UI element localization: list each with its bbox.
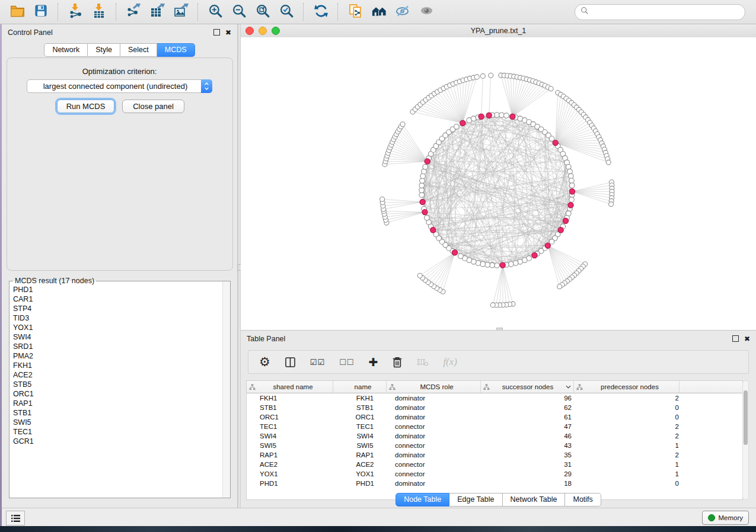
mcds-result-item[interactable]: PMA2 xyxy=(13,351,227,361)
zoom-in-button[interactable] xyxy=(204,2,227,22)
tab-network-table[interactable]: Network Table xyxy=(503,493,566,507)
table-cell[interactable]: 46 xyxy=(484,432,579,440)
network-window-titlebar[interactable]: YPA_prune.txt_1 xyxy=(241,24,756,38)
table-cell[interactable]: connector xyxy=(389,423,484,430)
mcds-result-item[interactable]: STB1 xyxy=(13,408,227,418)
leaf-node[interactable] xyxy=(400,122,405,127)
mcds-result-item[interactable]: SWI4 xyxy=(13,332,227,342)
mcds-result-item[interactable]: ACE2 xyxy=(13,370,227,380)
leaf-node[interactable] xyxy=(490,303,495,307)
mcds-result-item[interactable]: TID3 xyxy=(13,313,227,323)
mcds-hub-node[interactable] xyxy=(460,120,465,126)
table-cell[interactable]: dominator xyxy=(389,395,484,402)
mcds-hub-node[interactable] xyxy=(532,252,537,258)
table-cell[interactable]: ORC1 xyxy=(247,414,341,421)
save-session-button[interactable] xyxy=(30,2,52,22)
table-row[interactable]: PHD1PHD1dominator180 xyxy=(247,479,742,488)
mcds-result-item[interactable]: CAR1 xyxy=(13,294,227,304)
mcds-result-item[interactable]: YOX1 xyxy=(13,323,227,332)
table-row[interactable]: ORC1ORC1dominator610 xyxy=(247,412,742,422)
table-cell[interactable]: 0 xyxy=(579,480,686,487)
tab-node-table[interactable]: Node Table xyxy=(395,493,449,507)
table-cell[interactable]: 47 xyxy=(484,423,579,430)
table-cell[interactable]: connector xyxy=(389,442,484,449)
network-node[interactable] xyxy=(419,188,425,193)
table-row[interactable]: ACE2ACE2connector311 xyxy=(247,460,742,469)
table-cell[interactable]: TEC1 xyxy=(247,423,341,430)
tab-select[interactable]: Select xyxy=(120,43,157,57)
table-cell[interactable]: connector xyxy=(389,461,484,468)
table-cell[interactable]: 0 xyxy=(579,404,686,411)
show-columns-icon[interactable] xyxy=(285,357,296,368)
network-node[interactable] xyxy=(425,216,430,221)
table-cell[interactable]: YOX1 xyxy=(341,470,389,477)
network-node[interactable] xyxy=(499,113,505,118)
mcds-result-item[interactable]: FKH1 xyxy=(13,361,227,370)
hide-selected-button[interactable] xyxy=(391,2,414,22)
mcds-result-item[interactable]: ORC1 xyxy=(13,389,227,399)
tab-style[interactable]: Style xyxy=(88,43,120,57)
column-header-predecessor-nodes[interactable]: predecessor nodes xyxy=(574,381,680,393)
table-cell[interactable]: dominator xyxy=(389,414,484,421)
table-cell[interactable]: 62 xyxy=(484,404,579,411)
network-node[interactable] xyxy=(569,183,575,188)
open-file-button[interactable] xyxy=(6,2,28,22)
table-cell[interactable]: 31 xyxy=(484,461,579,468)
network-node[interactable] xyxy=(420,178,425,184)
network-node[interactable] xyxy=(419,183,425,188)
sort-chevron-icon[interactable] xyxy=(566,385,571,389)
mcds-hub-node[interactable] xyxy=(425,159,430,164)
tab-network[interactable]: Network xyxy=(44,43,88,57)
table-cell[interactable]: dominator xyxy=(389,432,484,440)
zoom-out-button[interactable] xyxy=(228,2,250,22)
network-node[interactable] xyxy=(454,124,460,130)
mcds-hub-node[interactable] xyxy=(558,227,563,233)
add-column-icon[interactable]: ✚ xyxy=(368,355,378,369)
tab-motifs[interactable]: Motifs xyxy=(565,493,601,507)
export-table-button[interactable] xyxy=(146,2,168,22)
optimization-criterion-select[interactable]: largest connected component (undirected) xyxy=(27,79,212,93)
table-cell[interactable]: 2 xyxy=(579,451,686,459)
table-cell[interactable]: SWI4 xyxy=(247,432,341,440)
network-node[interactable] xyxy=(423,165,428,170)
table-cell[interactable]: SWI5 xyxy=(247,442,341,449)
table-cell[interactable]: RAP1 xyxy=(341,451,389,459)
table-row[interactable]: YOX1YOX1connector291 xyxy=(247,469,742,479)
mcds-result-item[interactable]: RAP1 xyxy=(13,399,227,408)
leaf-node[interactable] xyxy=(489,73,493,78)
tab-edge-table[interactable]: Edge Table xyxy=(449,493,502,507)
table-row[interactable]: FKH1FKH1dominator962 xyxy=(247,393,742,403)
zoom-selected-button[interactable] xyxy=(275,2,298,22)
table-cell[interactable]: TEC1 xyxy=(341,423,389,430)
network-node[interactable] xyxy=(420,174,426,179)
mcds-result-item[interactable]: STB5 xyxy=(13,380,227,389)
table-scrollbar[interactable] xyxy=(742,380,749,500)
table-cell[interactable]: 1 xyxy=(579,461,686,468)
first-neighbors-button[interactable] xyxy=(368,2,390,22)
unselect-all-columns-icon[interactable]: ☐☐ xyxy=(339,358,354,367)
leaf-node[interactable] xyxy=(548,86,553,91)
network-node[interactable] xyxy=(490,262,495,268)
network-node[interactable] xyxy=(480,262,486,267)
close-panel-icon[interactable]: ✖ xyxy=(225,29,231,36)
network-node[interactable] xyxy=(485,262,490,268)
table-cell[interactable]: dominator xyxy=(389,451,484,459)
close-panel-icon[interactable]: ✖ xyxy=(744,335,750,342)
leaf-node[interactable] xyxy=(557,284,562,289)
mcds-result-item[interactable]: SWI5 xyxy=(13,418,227,427)
leaf-node[interactable] xyxy=(417,273,422,278)
run-mcds-button[interactable]: Run MCDS xyxy=(57,100,114,113)
memory-button[interactable]: Memory xyxy=(702,511,749,525)
network-node[interactable] xyxy=(569,178,575,184)
leaf-node[interactable] xyxy=(474,75,479,79)
table-cell[interactable]: SWI4 xyxy=(341,432,389,440)
table-cell[interactable]: ACE2 xyxy=(247,461,341,468)
table-cell[interactable]: 2 xyxy=(579,432,686,440)
network-node[interactable] xyxy=(567,169,573,174)
table-cell[interactable]: 96 xyxy=(484,395,579,402)
mcds-hub-node[interactable] xyxy=(452,250,457,255)
table-cell[interactable]: STB1 xyxy=(247,404,341,411)
table-cell[interactable]: 35 xyxy=(484,451,579,459)
table-cell[interactable]: FKH1 xyxy=(341,395,389,402)
network-node[interactable] xyxy=(509,262,514,267)
